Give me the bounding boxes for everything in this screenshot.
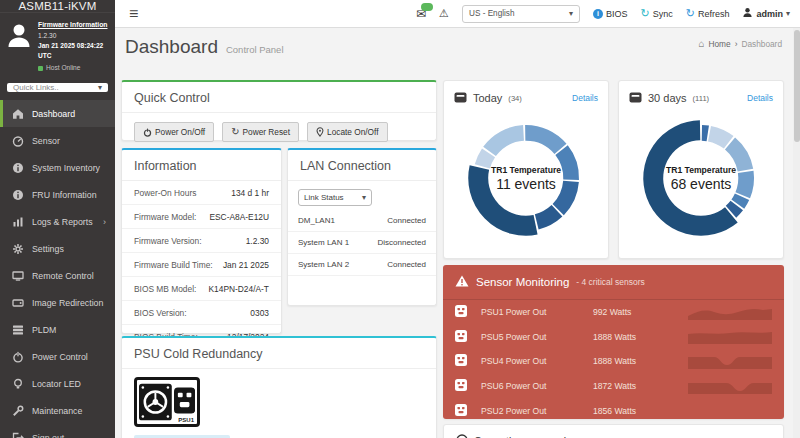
- wrench-icon: [12, 405, 24, 417]
- lan-row: System LAN 1Disconnected: [288, 232, 436, 254]
- info-row: Firmware Model:ESC-A8A-E12U: [122, 205, 281, 229]
- home-icon: ⌂: [698, 38, 704, 49]
- sensor-monitoring-card: Sensor Monitoring - 4 critical sensors P…: [443, 265, 784, 419]
- events-30days-title: 30 days: [648, 92, 687, 104]
- sidebar-item-locator-led[interactable]: Locator LED: [0, 370, 115, 397]
- info-circle-icon: i: [593, 9, 603, 19]
- chevron-right-icon: ›: [103, 217, 106, 227]
- sensor-row[interactable]: PSU2 Power Out 1856 Watts: [443, 398, 784, 423]
- sensor-sparkline: [688, 305, 772, 320]
- power-icon: [143, 128, 152, 137]
- gauge-icon: [12, 135, 24, 147]
- scrollbar-track[interactable]: [793, 28, 800, 438]
- page-subtitle: Control Panel: [226, 44, 284, 55]
- info-row: Firmware Build Time:Jan 21 2025: [122, 253, 281, 277]
- sidebar-item-settings[interactable]: Settings: [0, 235, 115, 262]
- breadcrumb-current: Dashboard: [741, 39, 782, 49]
- notifications-button[interactable]: ✉: [416, 7, 426, 21]
- lan-connection-title: LAN Connection: [288, 150, 436, 181]
- warning-icon: ⚠: [439, 7, 449, 20]
- reset-icon: ↻: [231, 127, 239, 137]
- sidebar-item-dashboard[interactable]: Dashboard: [0, 100, 115, 127]
- sidebar-item-image-redirection[interactable]: Image Redirection: [0, 289, 115, 316]
- locate-onoff-button[interactable]: Locate On/Off: [307, 122, 388, 142]
- psu-outlet-icon: [174, 387, 195, 417]
- sensor-sparkline: [688, 379, 772, 394]
- sensor-monitoring-subtitle: - 4 critical sensors: [576, 277, 645, 287]
- inbox-icon: [454, 89, 467, 107]
- sensor-row[interactable]: PSU5 Power Out 1888 Watts: [443, 325, 784, 350]
- breadcrumb-home[interactable]: Home: [709, 39, 731, 49]
- information-card: Information Power-On Hours134 d 1 hr Fir…: [121, 148, 282, 334]
- events-today-count: (34): [508, 94, 522, 103]
- sensor-sparkline: [688, 354, 772, 369]
- quick-links-select[interactable]: Quick Links.. ▾: [7, 83, 108, 92]
- sensor-row[interactable]: PSU4 Power Out 1888 Watts: [443, 349, 784, 374]
- psu-unit-icon[interactable]: PSU1: [134, 377, 200, 427]
- sensor-monitoring-title: Sensor Monitoring: [476, 276, 569, 288]
- events-today-title: Today: [473, 92, 502, 104]
- info-circle-icon: [12, 189, 24, 201]
- sidebar-item-system-inventory[interactable]: System Inventory: [0, 154, 115, 181]
- events-today-donut-chart[interactable]: [463, 115, 589, 241]
- host-online-indicator: [38, 66, 43, 71]
- sidebar: ASMB11-iKVM Firmware Information 1.2.30 …: [0, 0, 115, 438]
- notification-badge: [421, 3, 433, 11]
- power-reset-button[interactable]: ↻ Power Reset: [222, 122, 299, 142]
- user-menu[interactable]: admin ▾: [742, 7, 790, 20]
- sidebar-item-logs-reports[interactable]: Logs & Reports ›: [0, 208, 115, 235]
- info-row: BIOS Version:0303: [122, 301, 281, 325]
- sidebar-item-maintenance[interactable]: Maintenance: [0, 397, 115, 424]
- events-today-details-link[interactable]: Details: [572, 93, 598, 103]
- drive-icon: [12, 297, 24, 309]
- quick-control-card: Quick Control Power On/Off ↻ Power Reset…: [121, 80, 437, 141]
- home-icon: [12, 108, 24, 120]
- sensor-row[interactable]: PSU1 Power Out 992 Watts: [443, 300, 784, 325]
- sync-button[interactable]: ↻ Sync: [641, 7, 673, 20]
- info-row: BIOS MB Model:K14PN-D24/A-T: [122, 277, 281, 301]
- person-icon: [742, 7, 753, 20]
- sidebar-item-fru-information[interactable]: FRU Information: [0, 181, 115, 208]
- currently-recovered-card: Currently recovered: [443, 424, 784, 438]
- refresh-icon: ↻: [686, 7, 695, 20]
- sensor-row[interactable]: PSU6 Power Out 1872 Watts: [443, 374, 784, 399]
- refresh-button[interactable]: ↻ Refresh: [686, 7, 730, 20]
- events-30days-donut-chart[interactable]: [638, 115, 764, 241]
- sidebar-item-sign-out[interactable]: Sign out: [0, 424, 115, 438]
- bar-chart-icon: [12, 216, 24, 228]
- sidebar-item-power-control[interactable]: Power Control: [0, 343, 115, 370]
- alerts-button[interactable]: ⚠: [439, 7, 449, 20]
- lan-row: System LAN 2Connected: [288, 254, 436, 276]
- main-content: Dashboard Control Panel ⌂ Home › Dashboa…: [115, 28, 800, 438]
- breadcrumb: ⌂ Home › Dashboard: [698, 38, 782, 49]
- info-row: Firmware Version:1.2.30: [122, 229, 281, 253]
- sidebar-menu: Dashboard Sensor System Inventory FRU In…: [0, 100, 115, 438]
- psu-unit-label: PSU1: [178, 417, 194, 423]
- events-30days-details-link[interactable]: Details: [747, 93, 773, 103]
- sensor-sparkline: [688, 403, 772, 418]
- sidebar-item-pldm[interactable]: PLDM: [0, 316, 115, 343]
- location-pin-icon: [316, 127, 324, 137]
- sidebar-item-remote-control[interactable]: Remote Control: [0, 262, 115, 289]
- breadcrumb-separator: ›: [735, 39, 738, 49]
- firmware-information-link[interactable]: Firmware Information: [38, 20, 110, 31]
- bios-button[interactable]: i BIOS: [593, 9, 628, 19]
- information-title: Information: [122, 150, 281, 181]
- outlet-icon: [455, 377, 467, 395]
- chevron-down-icon: ▾: [98, 83, 102, 92]
- warning-triangle-icon: [455, 273, 469, 291]
- sidebar-item-sensor[interactable]: Sensor: [0, 127, 115, 154]
- menu-toggle-icon[interactable]: ≡: [129, 6, 138, 22]
- scrollbar-thumb[interactable]: [794, 30, 800, 142]
- topbar: ≡ ✉ ⚠ US - English ▾ i BIOS ↻ Sync ↻: [115, 0, 800, 28]
- outlet-icon: [455, 352, 467, 370]
- language-select[interactable]: US - English ▾: [462, 5, 580, 23]
- link-status-select[interactable]: Link Status ▾: [298, 189, 372, 206]
- events-30days-count: (111): [693, 94, 710, 103]
- power-onoff-button[interactable]: Power On/Off: [134, 122, 214, 142]
- info-row: Power-On Hours134 d 1 hr: [122, 181, 281, 205]
- inbox-icon: [629, 89, 642, 107]
- events-30days-card: 30 days (111) Details TR1 Temperature 68…: [618, 80, 784, 259]
- monitor-icon: [12, 270, 24, 282]
- outlet-icon: [455, 402, 467, 420]
